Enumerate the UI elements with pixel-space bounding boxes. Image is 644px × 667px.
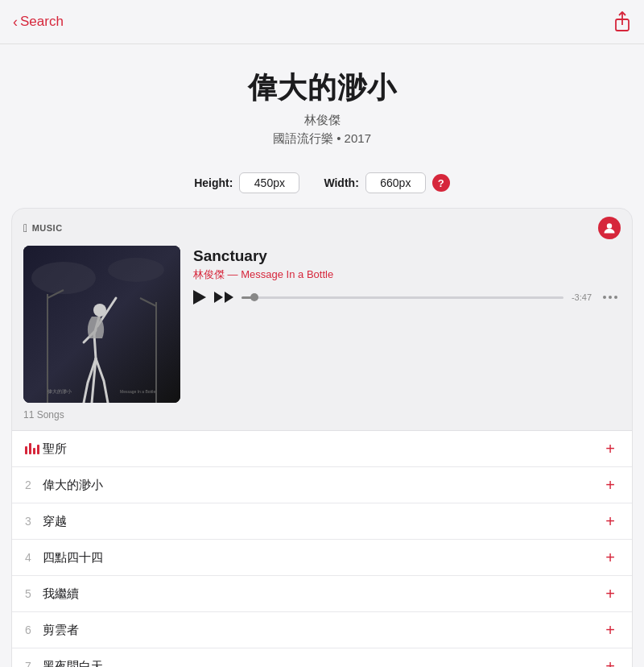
track-name: 黑夜問白天 <box>43 659 601 668</box>
now-playing-area: 偉大的渺小 Message In a Bottle 11 Songs Sanct… <box>12 246 632 430</box>
track-number: 5 <box>25 587 43 600</box>
svg-point-2 <box>607 223 612 228</box>
track-name: 四點四十四 <box>43 550 601 566</box>
svg-text:偉大的渺小: 偉大的渺小 <box>47 389 72 394</box>
music-brand-label: MUSIC <box>32 223 63 233</box>
add-track-button[interactable]: + <box>601 512 619 530</box>
width-input[interactable] <box>365 172 426 193</box>
album-art-column: 偉大的渺小 Message In a Bottle 11 Songs <box>23 246 180 420</box>
track-list: 聖所 +2偉大的渺小 +3穿越 +4四點四十四 +5我繼續 +6剪雲者 +7黑夜… <box>12 430 632 667</box>
album-art-image: 偉大的渺小 Message In a Bottle <box>23 246 180 403</box>
share-icon <box>613 11 631 32</box>
apple-music-brand:  MUSIC <box>23 222 63 234</box>
album-meta: 國語流行樂 • 2017 <box>16 131 628 147</box>
now-playing-title: Sanctuary <box>193 247 621 265</box>
ff-triangle-1 <box>214 292 223 303</box>
track-name: 聖所 <box>43 441 601 457</box>
progress-dot <box>250 293 258 301</box>
now-playing-subtitle: 林俊傑 — Message In a Bottle <box>193 267 621 282</box>
svg-point-10 <box>93 304 106 317</box>
track-number: 7 <box>25 660 43 667</box>
track-name: 剪雲者 <box>43 623 601 638</box>
width-group: Width: ? <box>324 172 449 193</box>
add-track-button[interactable]: + <box>601 476 619 494</box>
track-row: 聖所 + <box>12 431 632 467</box>
track-info-area: Sanctuary 林俊傑 — Message In a Bottle -3:4… <box>193 246 621 420</box>
track-row: 5我繼續 + <box>12 576 632 612</box>
height-group: Height: <box>194 172 299 193</box>
share-button[interactable] <box>613 11 631 32</box>
user-account-button[interactable] <box>598 217 621 239</box>
album-artist: 林俊傑 <box>16 113 628 128</box>
height-input[interactable] <box>239 172 299 193</box>
more-options-button[interactable] <box>600 294 621 300</box>
more-dot-3 <box>614 296 617 299</box>
songs-count: 11 Songs <box>23 409 180 420</box>
track-number: 3 <box>25 515 43 528</box>
add-track-button[interactable]: + <box>601 621 619 639</box>
album-title: 偉大的渺小 <box>16 68 628 108</box>
time-remaining: -3:47 <box>572 292 592 302</box>
track-number: 4 <box>25 551 43 564</box>
playing-bar-4 <box>37 445 39 454</box>
now-playing-indicator <box>25 443 43 454</box>
height-label: Height: <box>194 176 233 189</box>
playing-bar-3 <box>33 448 35 454</box>
back-label: Search <box>20 14 64 30</box>
progress-bar[interactable] <box>242 296 564 299</box>
album-art: 偉大的渺小 Message In a Bottle <box>23 246 180 403</box>
track-row: 3穿越 + <box>12 503 632 540</box>
music-card:  MUSIC <box>11 208 633 667</box>
add-track-button[interactable]: + <box>601 657 619 667</box>
width-label: Width: <box>324 176 358 189</box>
track-row: 4四點四十四 + <box>12 540 632 576</box>
add-track-button[interactable]: + <box>601 585 619 603</box>
album-artwork-svg: 偉大的渺小 Message In a Bottle <box>23 246 180 403</box>
playing-bar-2 <box>29 443 31 454</box>
back-button[interactable]: ‹ Search <box>13 14 64 31</box>
playing-bar-1 <box>25 446 27 454</box>
track-row: 6剪雲者 + <box>12 612 632 648</box>
play-button[interactable] <box>193 290 206 304</box>
album-header: 偉大的渺小 林俊傑 國語流行樂 • 2017 <box>0 44 644 163</box>
fast-forward-button[interactable] <box>214 292 233 303</box>
more-dot-1 <box>603 296 606 299</box>
ff-triangle-2 <box>225 292 233 303</box>
add-track-button[interactable]: + <box>601 440 619 458</box>
top-bar: ‹ Search <box>0 0 644 44</box>
add-track-button[interactable]: + <box>601 549 619 566</box>
music-card-header:  MUSIC <box>12 209 632 246</box>
help-button[interactable]: ? <box>432 174 450 192</box>
svg-point-5 <box>108 258 164 282</box>
user-icon <box>603 222 616 234</box>
track-name: 偉大的渺小 <box>43 478 601 493</box>
svg-point-4 <box>31 262 96 294</box>
track-name: 我繼續 <box>43 586 601 602</box>
svg-text:Message In a Bottle: Message In a Bottle <box>120 389 155 394</box>
track-row: 2偉大的渺小 + <box>12 467 632 503</box>
track-name: 穿越 <box>43 514 601 529</box>
track-number: 6 <box>25 624 43 636</box>
dimensions-row: Height: Width: ? <box>0 163 644 208</box>
apple-logo-icon:  <box>23 222 28 234</box>
chevron-left-icon: ‹ <box>13 14 18 31</box>
track-number: 2 <box>25 478 43 491</box>
track-row: 7黑夜問白天 + <box>12 648 632 667</box>
more-dot-2 <box>609 296 612 299</box>
